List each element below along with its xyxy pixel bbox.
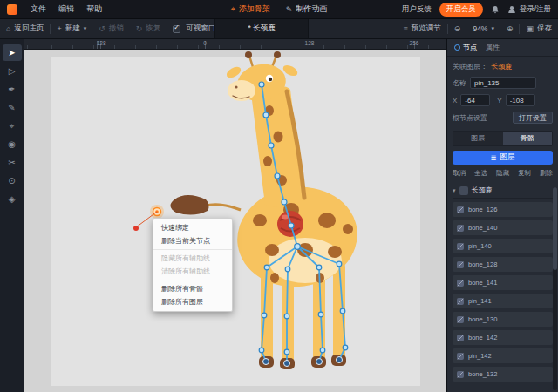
tool-zoom[interactable]: ⊙ [3,172,22,189]
tree-root-label: 长颈鹿 [472,186,493,195]
bone-item-icon [457,206,464,213]
y-input[interactable] [506,94,535,106]
menubar-right: 用户反馈 开启会员 登录/注册 [402,3,551,17]
ctx-delete-all-bones[interactable]: 删除所有骨骼 [153,280,232,295]
tab-properties[interactable]: 属性 [486,43,500,52]
tool-pencil[interactable]: ✎ [3,99,22,116]
bone-list-item[interactable]: bone_132 [453,367,553,382]
tool-direct-select[interactable]: ▷ [3,63,22,79]
panel-tabs: 节点 属性 [447,39,558,57]
bone-icon: ⌖ [231,4,235,14]
menu-file[interactable]: 文件 [24,3,52,15]
bone-list-item[interactable]: pin_141 [453,294,553,308]
menu-bar-items: 文件编辑帮助 [24,3,108,15]
ctx-quick-bind[interactable]: 快速绑定 [153,221,232,234]
bone-list-item[interactable]: pin_140 [453,239,553,253]
document-tab[interactable]: * 长颈鹿 [214,19,309,38]
ctx-hide-all-guides[interactable]: 隐藏所有辅助线 [153,249,232,265]
redo-button[interactable]: ↻ 恢复 [130,19,167,38]
ctx-delete-current-joint[interactable]: 删除当前关节点 [153,234,232,247]
new-button[interactable]: + 新建 ▾ [51,19,92,38]
canvas[interactable]: 快速绑定删除当前关节点隐藏所有辅助线清除所有辅助线删除所有骨骼删除所有图层 [24,50,446,392]
properties-panel: 节点 属性 关联图层： 长颈鹿 名称 X Y 根节点设置 打开设置 图层 骨骼 [446,39,558,392]
preview-adjust-button[interactable]: ≡ 预览调节 [398,19,447,38]
op-hide[interactable]: 隐藏 [496,169,509,178]
save-button[interactable]: ▣ 保存 [520,19,558,38]
menu-help[interactable]: 帮助 [80,3,108,15]
menu-edit[interactable]: 编辑 [52,3,80,15]
root-node-label: 根节点设置 [453,113,487,123]
bone-item-icon [457,280,464,287]
layer-thumbnail [459,186,468,195]
ruler-label: 0 [203,40,207,46]
tree-caret-icon: ▾ [453,187,456,194]
tab-node[interactable]: 节点 [454,43,477,52]
ruler-label: -128 [94,40,105,46]
mode-add-skeleton-label: 添加骨架 [239,3,270,15]
layers-icon: ≣ [490,153,496,162]
mode-add-skeleton[interactable]: ⌖ 添加骨架 [231,3,270,15]
op-copy[interactable]: 复制 [518,169,531,178]
x-input[interactable] [460,94,490,106]
bone-item-icon [457,353,464,360]
name-input[interactable] [470,77,536,89]
zoom-out-button[interactable]: ⊖ [448,19,467,38]
back-home-button[interactable]: ⌂ 返回主页 [0,19,50,38]
bone-tree: ▾ 长颈鹿 bone_126 bone_140 pin_140 bone_128 [453,183,553,382]
chevron-down-icon: ▾ [491,25,494,32]
vip-button[interactable]: 开启会员 [439,3,483,17]
zoom-out-icon: ⊖ [454,24,461,33]
tool-pin[interactable]: ◉ [3,136,22,152]
tool-bone[interactable]: ⌖ [3,118,22,134]
ruler-label: 128 [305,40,315,46]
panel-scrollbar[interactable] [553,187,557,390]
mode-make-animation-label: 制作动画 [296,3,327,15]
undo-button[interactable]: ↺ 撤销 [92,19,130,38]
layer-button[interactable]: ≣ 图层 [453,151,553,165]
toolbar: ⌂ 返回主页 + 新建 ▾ ↺ 撤销 ↻ 恢复 可视窗口 * 长颈鹿 ≡ 预览调… [0,19,558,39]
menubar: 文件编辑帮助 ⌖ 添加骨架 ✎ 制作动画 用户反馈 开启会员 登录/注册 [0,0,558,19]
login-link[interactable]: 登录/注册 [507,4,551,15]
panel-scrollbar-thumb[interactable] [553,187,557,270]
ruler-label: 256 [410,40,419,46]
ctx-clear-all-guides[interactable]: 清除所有辅助线 [153,265,232,278]
linked-layer-label: 关联图层： [453,62,487,71]
op-select-all[interactable]: 全选 [474,169,487,178]
login-label: 登录/注册 [520,4,551,15]
redo-icon: ↻ [136,24,143,33]
zoom-in-button[interactable]: ⊕ [500,19,520,38]
tree-root-item[interactable]: ▾ 长颈鹿 [453,183,553,199]
bone-item-icon [457,371,464,378]
undo-icon: ↺ [99,24,105,33]
name-label: 名称 [453,78,466,88]
ctx-delete-all-layers[interactable]: 删除所有图层 [153,295,232,308]
layer-bone-tabs: 图层 骨骼 [453,131,553,146]
zoom-level[interactable]: 94% ▾ [466,19,500,38]
bone-item-icon [457,225,464,232]
bone-list-item[interactable]: bone_142 [453,330,553,345]
open-settings-button[interactable]: 打开设置 [513,112,553,124]
giraffe-artwork [24,50,446,392]
bone-list-item[interactable]: bone_130 [453,312,553,327]
bone-list-item[interactable]: pin_142 [453,348,553,363]
user-feedback-link[interactable]: 用户反馈 [402,4,432,15]
tab-layers[interactable]: 图层 [453,132,503,145]
op-delete[interactable]: 删除 [540,169,553,178]
bone-list-item[interactable]: bone_128 [453,257,553,272]
tool-hand[interactable]: ◈ [3,191,22,207]
tool-pen[interactable]: ✒ [3,81,22,98]
context-menu: 快速绑定删除当前关节点隐藏所有辅助线清除所有辅助线删除所有骨骼删除所有图层 [153,218,233,312]
op-cancel[interactable]: 取消 [453,169,466,178]
tool-select[interactable]: ➤ [3,44,22,61]
y-label: Y [497,97,501,105]
bone-list-item[interactable]: bone_126 [453,202,553,217]
bell-icon[interactable] [491,5,500,14]
visible-window-checkbox[interactable]: 可视窗口 [167,19,221,38]
bone-list-item[interactable]: bone_140 [453,220,553,235]
user-avatar-icon [507,5,516,14]
mode-make-animation[interactable]: ✎ 制作动画 [286,3,328,15]
tool-cut[interactable]: ✂ [3,154,22,171]
tab-bones[interactable]: 骨骼 [503,132,553,145]
app-logo [7,4,17,15]
bone-list-item[interactable]: bone_141 [453,275,553,290]
